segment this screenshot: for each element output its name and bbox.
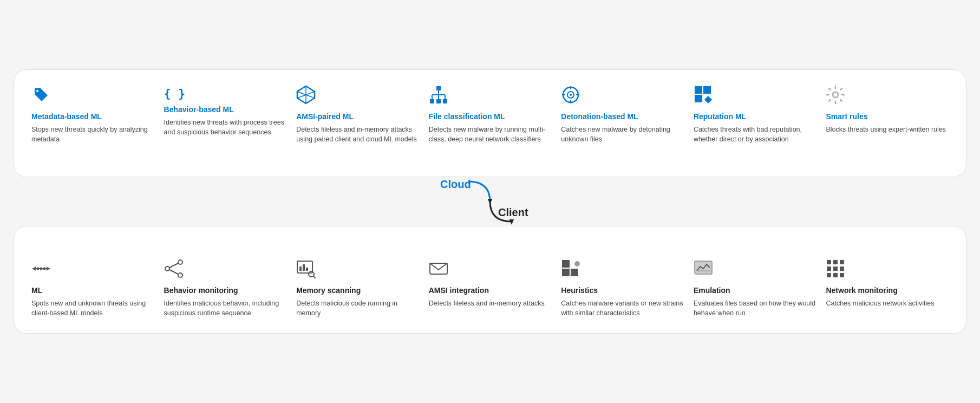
- cloud-item-file-class-ml: File classification ML Detects new malwa…: [429, 85, 561, 144]
- svg-rect-59: [827, 266, 831, 271]
- client-item-amsi-int: AMSI integration Detects fileless and in…: [429, 259, 561, 318]
- svg-text:Cloud: Cloud: [440, 178, 471, 190]
- cloud-item-smart-rules-desc: Blocks threats using expert-written rule…: [826, 125, 949, 134]
- client-item-memory-scan-title: Memory scanning: [296, 285, 419, 295]
- emulation-icon: [694, 259, 816, 281]
- svg-rect-57: [833, 260, 838, 264]
- diagram-wrapper: Metadata-based ML Stops new threats quic…: [14, 69, 966, 334]
- client-item-ml-title: ML: [31, 285, 154, 295]
- cloud-item-smart-rules: Smart rules Blocks threats using expert-…: [826, 85, 949, 144]
- svg-point-38: [178, 260, 182, 264]
- svg-rect-45: [306, 268, 308, 271]
- cloud-item-amsi-ml: AMSI-paired ML Detects fileless and in-m…: [296, 85, 429, 144]
- svg-line-41: [169, 270, 178, 274]
- svg-rect-63: [833, 273, 838, 277]
- client-item-heuristics-title: Heuristics: [561, 285, 684, 295]
- code-icon: { }: [164, 85, 287, 100]
- client-item-emulation: Emulation Evaluates files based on how t…: [694, 259, 826, 318]
- cloud-item-detonation-ml-desc: Catches new malware by detonating unknow…: [561, 125, 684, 144]
- cloud-section: Metadata-based ML Stops new threats quic…: [14, 69, 966, 177]
- client-item-behavior-mon-title: Behavior monitoring: [164, 285, 287, 295]
- client-item-behavior-mon: Behavior monitoring Identifies malicious…: [164, 259, 297, 318]
- svg-point-37: [165, 266, 169, 271]
- svg-rect-6: [430, 99, 434, 103]
- svg-rect-23: [695, 95, 702, 102]
- cloud-item-smart-rules-title: Smart rules: [826, 112, 949, 121]
- cloud-item-reputation-ml: Reputation ML Catches threats with bad r…: [694, 85, 826, 144]
- client-item-emulation-desc: Evaluates files based on how they would …: [694, 298, 816, 318]
- cloud-item-metadata-ml-title: Metadata-based ML: [31, 112, 154, 121]
- client-item-amsi-int-desc: Detects fileless and in-memory attacks: [429, 298, 552, 308]
- svg-rect-56: [827, 260, 831, 264]
- svg-point-46: [309, 271, 314, 277]
- svg-rect-50: [571, 269, 578, 276]
- svg-marker-28: [488, 199, 492, 204]
- svg-point-52: [574, 261, 580, 266]
- cloud-item-file-class-ml-title: File classification ML: [429, 112, 552, 121]
- svg-point-35: [40, 268, 43, 270]
- svg-rect-64: [840, 273, 844, 277]
- cloud-items-row: Metadata-based ML Stops new threats quic…: [31, 85, 949, 144]
- svg-rect-58: [840, 260, 844, 264]
- envelope-icon: [429, 259, 552, 281]
- cloud-item-metadata-ml-desc: Stops new threats quickly by analyzing m…: [31, 125, 154, 144]
- client-item-behavior-mon-desc: Identifies malicious behavior, including…: [164, 298, 287, 318]
- svg-point-0: [36, 90, 38, 92]
- hierarchy-icon: [429, 85, 552, 107]
- cloud-item-detonation-ml-title: Detonation-based ML: [561, 112, 684, 121]
- heuristics-icon: [561, 259, 684, 281]
- tag-icon: [31, 85, 154, 107]
- client-item-heuristics: Heuristics Catches malware variants or n…: [561, 259, 694, 318]
- svg-rect-43: [299, 266, 302, 271]
- cloud-item-detonation-ml: Detonation-based ML Catches new malware …: [561, 85, 694, 144]
- divider-area: Cloud Client: [14, 177, 966, 226]
- client-item-ml-desc: Spots new and unknown threats using clie…: [31, 298, 154, 318]
- svg-rect-24: [704, 95, 712, 103]
- client-item-net-mon: Network monitoring Catches malicious net…: [826, 259, 949, 318]
- cloud-item-amsi-ml-desc: Detects fileless and in-memory attacks u…: [296, 125, 419, 144]
- client-section: ML Spots new and unknown threats using c…: [14, 226, 966, 334]
- svg-point-36: [43, 268, 46, 270]
- target-icon: [561, 85, 684, 107]
- svg-rect-61: [840, 266, 844, 271]
- share-icon: [164, 259, 287, 281]
- cloud-item-behavior-ml-desc: Identifies new threats with process tree…: [164, 118, 287, 137]
- svg-rect-22: [703, 86, 711, 94]
- cloud-item-metadata-ml: Metadata-based ML Stops new threats quic…: [31, 85, 164, 144]
- client-item-amsi-int-title: AMSI integration: [429, 285, 552, 295]
- client-item-ml: ML Spots new and unknown threats using c…: [31, 259, 164, 318]
- reputation-icon: [694, 85, 816, 107]
- client-item-heuristics-desc: Catches malware variants or new strains …: [561, 298, 684, 318]
- gear-icon: [826, 85, 949, 107]
- svg-marker-33: [47, 266, 50, 271]
- svg-rect-51: [562, 260, 570, 268]
- cloud-item-amsi-ml-title: AMSI-paired ML: [296, 112, 419, 121]
- svg-rect-44: [303, 264, 305, 271]
- svg-rect-60: [833, 266, 838, 271]
- grid-icon: [826, 259, 949, 281]
- svg-point-16: [570, 94, 572, 96]
- svg-rect-8: [443, 99, 447, 103]
- svg-line-40: [169, 263, 178, 268]
- arrows-svg: Cloud Client: [382, 177, 598, 226]
- svg-text:Client: Client: [498, 206, 528, 218]
- arrows-lr-icon: [31, 259, 154, 281]
- cloud-item-behavior-ml: { } Behavior-based ML Identifies new thr…: [164, 85, 297, 144]
- svg-rect-62: [827, 273, 831, 277]
- svg-rect-7: [436, 99, 441, 103]
- client-item-emulation-title: Emulation: [694, 285, 816, 295]
- svg-rect-49: [562, 269, 570, 276]
- client-item-net-mon-desc: Catches malicious network activities: [826, 298, 949, 308]
- cloud-item-behavior-ml-title: Behavior-based ML: [164, 105, 287, 114]
- cloud-item-reputation-ml-title: Reputation ML: [694, 112, 816, 121]
- cloud-item-file-class-ml-desc: Detects new malware by running multi-cla…: [429, 125, 552, 144]
- client-item-memory-scan: Memory scanning Detects malicious code r…: [296, 259, 429, 318]
- cloud-item-reputation-ml-desc: Catches threats with bad reputation, whe…: [694, 125, 816, 144]
- client-items-row: ML Spots new and unknown threats using c…: [31, 259, 949, 318]
- svg-rect-21: [695, 86, 702, 94]
- svg-point-34: [37, 268, 40, 270]
- svg-line-47: [313, 276, 316, 278]
- amsi-cloud-icon: [296, 85, 419, 107]
- client-item-memory-scan-desc: Detects malicious code running in memory: [296, 298, 419, 318]
- svg-point-39: [178, 273, 182, 277]
